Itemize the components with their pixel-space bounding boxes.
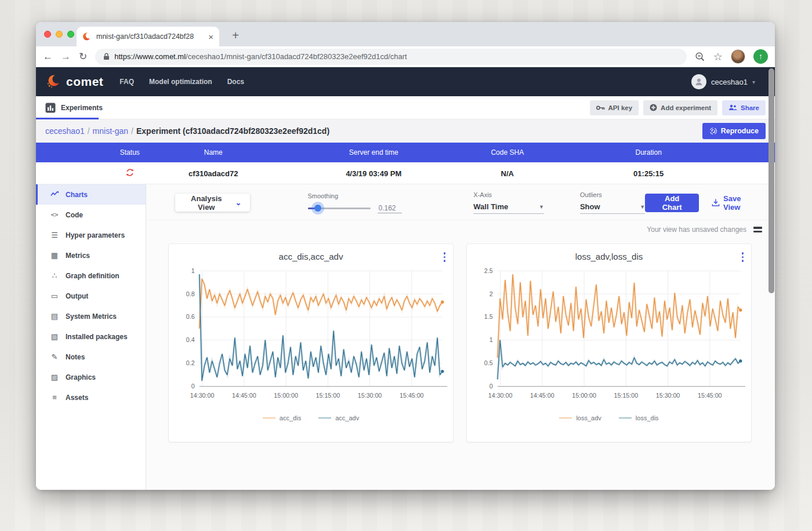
share-button[interactable]: Share xyxy=(722,100,766,115)
xaxis-select[interactable]: Wall Time ▼ xyxy=(473,202,544,214)
back-icon[interactable]: ← xyxy=(43,51,53,63)
sidebar-item-system-metrics[interactable]: ▤ System Metrics xyxy=(36,306,146,326)
outliers-select[interactable]: Show ▼ xyxy=(580,202,645,214)
nav-link-faq[interactable]: FAQ xyxy=(119,78,134,86)
forward-icon[interactable]: → xyxy=(61,51,71,63)
chart-canvas[interactable]: 14:30:0014:45:0015:00:0015:15:0015:30:00… xyxy=(467,265,751,413)
browser-toolbar: ← → ↻ https://www.comet.ml/ceceshao1/mni… xyxy=(36,46,775,67)
smoothing-slider[interactable] xyxy=(308,205,371,212)
close-tab-icon[interactable]: × xyxy=(208,32,213,42)
grid-icon: ▤ xyxy=(49,312,60,321)
bar-chart-icon xyxy=(45,103,56,113)
user-avatar xyxy=(691,74,706,89)
svg-text:15:45:00: 15:45:00 xyxy=(698,392,722,399)
charts-panel: Analysis View ⌄ Smoothing xyxy=(146,184,775,490)
code-sha: N/A xyxy=(501,169,514,177)
experiments-label: Experiments xyxy=(61,104,103,112)
sidebar-item-metrics[interactable]: ▦ Metrics xyxy=(36,245,146,266)
server-end-time: 4/3/19 03:49 PM xyxy=(346,169,401,177)
breadcrumb-user-link[interactable]: ceceshao1 xyxy=(45,126,85,136)
legend-item[interactable]: loss_dis xyxy=(619,414,659,421)
breadcrumb-project-link[interactable]: mnist-gan xyxy=(93,126,128,136)
chevron-down-icon: ▾ xyxy=(752,79,755,85)
smoothing-value-input[interactable] xyxy=(378,203,402,213)
chart-title: loss_adv,loss_dis xyxy=(467,252,751,261)
sidebar-item-code[interactable]: <> Code xyxy=(36,205,146,225)
save-view-button[interactable]: Save View xyxy=(712,194,757,212)
brand-name: comet xyxy=(66,75,103,89)
zoom-out-icon[interactable] xyxy=(695,52,705,62)
new-tab-button[interactable]: + xyxy=(227,28,244,44)
chart-legend: acc_disacc_adv xyxy=(169,414,453,421)
legend-item[interactable]: acc_dis xyxy=(263,414,301,421)
list-icon: ☰ xyxy=(49,231,60,239)
chart-cards: acc_dis,acc_adv 14:30:0014:45:0015:00:00… xyxy=(146,239,775,442)
xaxis-label: X-Axis xyxy=(473,191,544,198)
chart-card: acc_dis,acc_adv 14:30:0014:45:0015:00:00… xyxy=(168,243,454,442)
outliers-label: Outliers xyxy=(580,191,645,198)
code-icon: <> xyxy=(49,211,60,219)
svg-text:15:30:00: 15:30:00 xyxy=(358,392,382,399)
tab-experiments[interactable]: Experiments xyxy=(45,103,103,113)
scatter-icon: ∴ xyxy=(49,271,60,280)
unsaved-changes-note: Your view has unsaved changes xyxy=(647,226,746,234)
svg-text:0.4: 0.4 xyxy=(186,336,195,343)
browser-window: mnist-gan/cf310adacd724bf28 × + ← → ↻ ht… xyxy=(36,22,775,490)
top-navbar: comet FAQ Model optimization Docs cecesh… xyxy=(36,67,775,96)
nav-links: FAQ Model optimization Docs xyxy=(119,78,244,86)
body: Charts <> Code ☰ Hyper parameters ▦ Metr… xyxy=(36,184,775,490)
bookmark-star-icon[interactable]: ☆ xyxy=(713,50,723,63)
minimize-window-button[interactable] xyxy=(56,31,63,38)
scrollbar-thumb[interactable] xyxy=(768,68,774,293)
nav-link-docs[interactable]: Docs xyxy=(227,78,244,86)
chart-canvas[interactable]: 14:30:0014:45:0015:00:0015:15:0015:30:00… xyxy=(169,265,453,413)
svg-text:15:00:00: 15:00:00 xyxy=(572,392,596,399)
svg-text:1: 1 xyxy=(490,336,493,343)
browser-profile-avatar[interactable] xyxy=(731,49,745,64)
sidebar-item-graph-definition[interactable]: ∴ Graph definition xyxy=(36,266,146,286)
add-chart-button[interactable]: Add Chart xyxy=(645,194,699,212)
sidebar-item-graphics[interactable]: ▨ Graphics xyxy=(36,367,146,387)
slider-handle[interactable] xyxy=(314,205,321,212)
sidebar-item-output[interactable]: ▭ Output xyxy=(36,286,146,306)
person-icon xyxy=(694,77,704,86)
browser-update-icon[interactable]: ↑ xyxy=(753,49,768,64)
view-status-row: Your view has unsaved changes xyxy=(146,220,775,239)
svg-text:15:45:00: 15:45:00 xyxy=(400,392,424,399)
toolbar-right: ☆ ↑ xyxy=(695,49,768,64)
maximize-window-button[interactable] xyxy=(67,31,74,38)
xaxis-control: X-Axis Wall Time ▼ xyxy=(473,191,544,214)
comet-favicon xyxy=(82,32,92,41)
breadcrumb-current: Experiment (cf310adacd724bf280323e2eef92… xyxy=(136,126,329,136)
view-menu-icon[interactable] xyxy=(753,227,762,232)
close-window-button[interactable] xyxy=(44,31,51,38)
page-scrollbar[interactable] xyxy=(768,67,775,490)
add-experiment-button[interactable]: Add experiment xyxy=(643,100,717,115)
browser-tab[interactable]: mnist-gan/cf310adacd724bf28 × xyxy=(77,27,219,46)
window-icon: ▭ xyxy=(49,292,60,300)
sidebar-item-charts[interactable]: Charts xyxy=(36,184,146,205)
comet-brand[interactable]: comet xyxy=(46,74,103,89)
chart-menu-kebab-icon[interactable] xyxy=(742,252,744,262)
chart-menu-kebab-icon[interactable] xyxy=(444,252,446,262)
svg-text:0: 0 xyxy=(191,383,195,390)
user-menu[interactable]: ceceshao1 ▾ xyxy=(691,74,764,89)
reproduce-button[interactable]: Reproduce xyxy=(702,123,766,139)
legend-item[interactable]: acc_adv xyxy=(318,414,359,421)
experiment-table-row[interactable]: cf310adacd72 4/3/19 03:49 PM N/A 01:25:1… xyxy=(36,162,775,184)
sidebar-item-hyper-parameters[interactable]: ☰ Hyper parameters xyxy=(36,225,146,245)
experiment-table-header: Status Name Server end time Code SHA Dur… xyxy=(36,143,775,162)
sidebar-item-assets[interactable]: ≡ Assets xyxy=(36,387,146,408)
url-text: https://www.comet.ml/ceceshao1/mnist-gan… xyxy=(114,52,407,61)
legend-item[interactable]: loss_adv xyxy=(559,414,601,421)
nav-link-model-optimization[interactable]: Model optimization xyxy=(149,78,212,86)
analysis-view-dropdown[interactable]: Analysis View ⌄ xyxy=(175,194,250,212)
sidebar-item-notes[interactable]: ✎ Notes xyxy=(36,347,146,367)
url-address-bar[interactable]: https://www.comet.ml/ceceshao1/mnist-gan… xyxy=(95,49,687,65)
svg-text:0.5: 0.5 xyxy=(484,359,493,366)
sidebar-item-installed-packages[interactable]: ▧ Installed packages xyxy=(36,326,146,347)
reload-icon[interactable]: ↻ xyxy=(79,50,87,63)
api-key-button[interactable]: API key xyxy=(590,100,639,115)
column-name: Name xyxy=(204,148,223,157)
svg-text:1.5: 1.5 xyxy=(484,313,493,320)
